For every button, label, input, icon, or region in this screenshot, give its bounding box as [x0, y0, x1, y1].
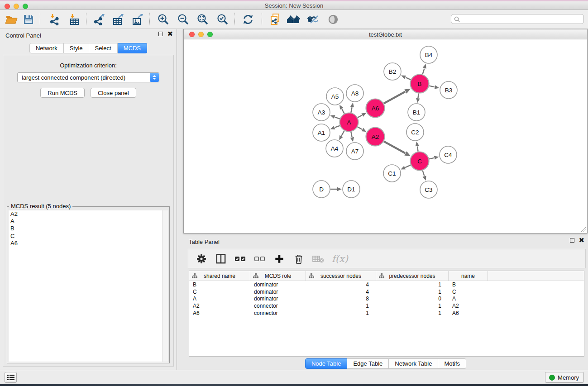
zoom-in-icon[interactable]: [156, 12, 171, 27]
export-table-icon[interactable]: [110, 12, 126, 27]
cell-mcds-role[interactable]: dominator: [250, 281, 306, 288]
memory-button[interactable]: Memory: [545, 372, 584, 383]
graph-node-A1[interactable]: A1: [313, 124, 330, 141]
cell-predecessor-nodes[interactable]: 1: [376, 310, 449, 317]
network-window-titlebar[interactable]: testGlobe.txt: [184, 29, 587, 39]
cell-successor-nodes[interactable]: 1: [306, 310, 376, 317]
cell-name[interactable]: A: [449, 295, 488, 303]
result-item[interactable]: C: [9, 233, 168, 240]
cell-successor-nodes[interactable]: 8: [306, 295, 376, 303]
close-table-panel-icon[interactable]: ✖: [578, 238, 584, 243]
search-input[interactable]: [462, 15, 583, 23]
edge-C-C1[interactable]: [405, 165, 411, 167]
save-session-icon[interactable]: [21, 12, 36, 27]
home-view-icon[interactable]: [286, 12, 301, 27]
tab-style[interactable]: Style: [64, 43, 89, 53]
graph-node-A8[interactable]: A8: [346, 85, 363, 102]
edge-C-C3[interactable]: [423, 170, 425, 176]
cell-name[interactable]: A2: [449, 302, 488, 310]
table-row[interactable]: Adominator80A: [189, 295, 584, 303]
graph-node-B[interactable]: B: [411, 75, 429, 93]
edge-B-B3[interactable]: [429, 86, 435, 87]
float-panel-icon[interactable]: [158, 32, 163, 36]
cell-shared-name[interactable]: A2: [189, 302, 250, 310]
graph-node-B4[interactable]: B4: [420, 46, 437, 63]
cell-predecessor-nodes[interactable]: 1: [376, 288, 449, 295]
edge-C-C4[interactable]: [429, 158, 434, 159]
edge-A-A2[interactable]: [358, 127, 362, 129]
cell-successor-nodes[interactable]: 4: [306, 288, 376, 295]
zoom-fit-icon[interactable]: [195, 12, 210, 27]
task-history-button[interactable]: [5, 372, 17, 383]
result-item[interactable]: A2: [9, 210, 168, 218]
node-table[interactable]: shared nameMCDS rolesuccessor nodesprede…: [189, 271, 584, 357]
edge-A-A6[interactable]: [358, 115, 362, 118]
graph-node-C4[interactable]: C4: [440, 146, 457, 163]
import-table-icon[interactable]: [67, 12, 82, 27]
graph-node-A3[interactable]: A3: [313, 104, 330, 121]
cell-name[interactable]: C: [449, 288, 488, 295]
column-header-name[interactable]: name: [449, 271, 488, 281]
float-table-panel-icon[interactable]: [570, 238, 574, 243]
clone-network-icon[interactable]: [268, 12, 283, 27]
run-mcds-button[interactable]: Run MCDS: [40, 88, 85, 98]
cell-mcds-role[interactable]: connector: [250, 310, 306, 317]
graph-node-D1[interactable]: D1: [343, 181, 360, 198]
search-field[interactable]: [451, 14, 584, 24]
column-header-predecessor-nodes[interactable]: predecessor nodes: [376, 271, 449, 281]
graph-node-B3[interactable]: B3: [440, 81, 457, 99]
cell-successor-nodes[interactable]: 1: [306, 302, 376, 310]
refresh-icon[interactable]: [240, 12, 256, 27]
tab-select[interactable]: Select: [89, 43, 118, 53]
column-header-successor-nodes[interactable]: successor nodes: [306, 271, 376, 281]
tab-network[interactable]: Network: [29, 43, 64, 53]
table-row[interactable]: Bdominator41B: [189, 281, 584, 288]
result-scrollbar[interactable]: [162, 210, 168, 362]
import-network-icon[interactable]: [47, 12, 62, 27]
settings-gear-icon[interactable]: [196, 253, 207, 265]
criterion-dropdown[interactable]: largest connected component (directed): [17, 72, 159, 82]
edge-A-A8[interactable]: [351, 107, 352, 113]
cell-shared-name[interactable]: C: [189, 288, 250, 295]
cell-predecessor-nodes[interactable]: 0: [376, 295, 449, 303]
export-network-icon[interactable]: [91, 12, 107, 27]
result-item[interactable]: A6: [9, 240, 168, 247]
edge-A2-C[interactable]: [384, 141, 405, 153]
graph-node-C[interactable]: C: [411, 152, 429, 171]
mcds-result-list[interactable]: A2ABCA6: [9, 210, 168, 362]
cell-name[interactable]: A6: [449, 310, 488, 317]
cell-shared-name[interactable]: A6: [189, 310, 250, 317]
tab-node-table[interactable]: Node Table: [305, 358, 348, 369]
delete-row-icon[interactable]: [293, 253, 305, 265]
table-row[interactable]: A2connector11A2: [189, 302, 584, 310]
cell-name[interactable]: B: [449, 281, 488, 288]
add-row-icon[interactable]: [273, 253, 285, 265]
edge-B-B4[interactable]: [422, 69, 424, 75]
cell-mcds-role[interactable]: dominator: [250, 295, 306, 303]
open-file-icon[interactable]: [4, 12, 19, 27]
hide-glasses-icon[interactable]: [305, 12, 320, 27]
close-panel-icon[interactable]: ✖: [167, 32, 173, 36]
cell-mcds-role[interactable]: connector: [250, 302, 306, 310]
result-item[interactable]: A: [9, 218, 168, 225]
tab-mcds[interactable]: MCDS: [118, 43, 147, 53]
edge-B-B1[interactable]: [418, 93, 419, 98]
graph-node-C2[interactable]: C2: [406, 124, 424, 141]
edge-B-B2[interactable]: [406, 77, 411, 80]
tab-network-table[interactable]: Network Table: [389, 358, 438, 369]
graph-node-D[interactable]: D: [313, 181, 330, 198]
column-header-shared-name[interactable]: shared name: [189, 271, 250, 281]
graph-node-A4[interactable]: A4: [326, 140, 343, 157]
edge-A-A3[interactable]: [335, 117, 340, 119]
result-item[interactable]: B: [9, 225, 168, 232]
table-row[interactable]: A6connector11A6: [189, 310, 584, 317]
tab-edge-table[interactable]: Edge Table: [347, 358, 389, 369]
graph-node-B1[interactable]: B1: [408, 104, 425, 121]
tab-motifs[interactable]: Motifs: [438, 358, 466, 369]
select-all-icon[interactable]: [234, 253, 246, 265]
cell-shared-name[interactable]: B: [189, 281, 250, 288]
graph-node-A6[interactable]: A6: [366, 99, 385, 118]
edge-C-C2[interactable]: [417, 147, 418, 152]
network-canvas[interactable]: B4B2BB3A5A8A6B1A3AA1C2A2A4A7C4CC1C3DD1: [184, 40, 587, 233]
resize-grip-icon[interactable]: [580, 226, 586, 232]
